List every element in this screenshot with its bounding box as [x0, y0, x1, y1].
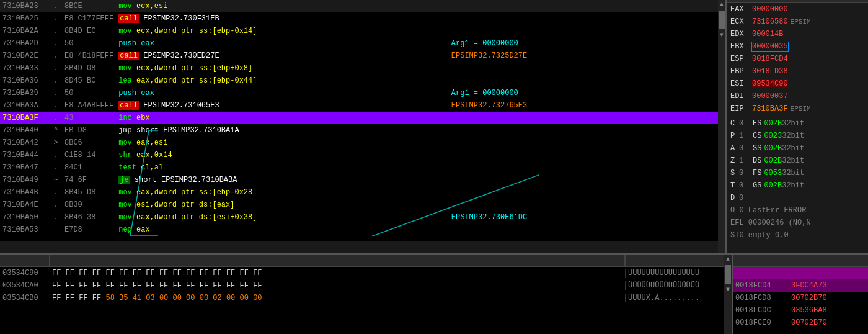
seg-value: 002B — [764, 119, 782, 128]
disasm-annotation: Arg1 = 00000000 — [439, 87, 718, 99]
hex-addr: 03534CB0 — [0, 294, 50, 302]
register-row: EBX00000035 — [727, 40, 868, 53]
hex-scroll-up[interactable]: ▲ — [726, 255, 730, 264]
flag-name: D — [730, 194, 739, 202]
flag-name: A — [730, 144, 739, 153]
reg-value: 73106580 — [752, 17, 788, 26]
hex-byte: FF — [240, 269, 249, 278]
disasm-addr: 7310BA23 — [0, 0, 50, 12]
stack-row: 0018FCD800702B70 — [733, 292, 868, 304]
disasm-panel: 7310BA23.8BCEmov ecx,esi7310BA25.E8 C177… — [0, 0, 718, 253]
hex-byte: FF — [146, 281, 154, 290]
disasm-hex: 8B46 38 — [62, 211, 116, 223]
disasm-instruction[interactable]: mov esi,dword ptr ds:[eax] — [116, 199, 439, 211]
disasm-hex: 84C1 — [62, 161, 116, 174]
disasm-instruction[interactable]: shr eax,0x14 — [116, 149, 439, 161]
hex-byte: 02 — [213, 294, 221, 302]
seg-bits: 32bit — [782, 181, 804, 190]
scroll-thumb[interactable] — [719, 11, 725, 29]
reg-misc-row: ST0 empty 0.0 — [727, 229, 868, 241]
disasm-hex: 43 — [62, 112, 116, 124]
seg-bits: 32bit — [782, 132, 804, 140]
reg-value: 00000035 — [752, 42, 788, 51]
disasm-hex: E7D8 — [62, 223, 116, 236]
disasm-instruction[interactable]: call EPSIMP32.731065E3 — [116, 99, 439, 112]
hex-byte: 00 — [253, 294, 262, 302]
scroll-down-arrow[interactable]: ▼ — [720, 30, 724, 40]
disasm-instruction[interactable]: call EPSIMP32.730ED27E — [116, 50, 439, 62]
disasm-instruction[interactable]: jmp short EPSIMP32.7310BA1A — [116, 124, 439, 137]
hex-addr: 03534C90 — [0, 269, 50, 278]
bottom-area: 03534C90FF FF FF FF FF FF FF FF FF FF FF… — [0, 253, 868, 334]
hex-byte: FF — [186, 269, 195, 278]
stack-row: 0018FCDC03536BA8 — [733, 304, 868, 317]
disasm-instruction[interactable]: mov eax,dword ptr ss:[ebp-0x28] — [116, 186, 439, 199]
disasm-table: 7310BA23.8BCEmov ecx,esi7310BA25.E8 C177… — [0, 0, 718, 236]
hex-byte: B5 — [119, 294, 128, 302]
hex-byte: FF — [79, 294, 87, 302]
reg-misc-row: EFL 00000246 (NO,N — [727, 217, 868, 229]
flag-row: S 0FS 0053 32bit — [727, 167, 868, 179]
reg-name: ESP — [730, 55, 752, 63]
hex-byte: FF — [159, 269, 168, 278]
disasm-addr: 7310BA49 — [0, 174, 50, 186]
disasm-addr: 7310BA44 — [0, 149, 50, 161]
seg-value: 002B — [764, 181, 782, 190]
disasm-instruction[interactable]: inc ebx — [116, 112, 439, 124]
disasm-instruction[interactable]: test cl,al — [116, 161, 439, 174]
disasm-instruction[interactable]: call EPSIMP32.730F31EB — [116, 12, 439, 25]
hex-byte: FF — [200, 269, 208, 278]
flag-row: C 0ES 002B 32bit — [727, 117, 868, 130]
hex-byte: FF — [253, 281, 262, 290]
disasm-annotation — [439, 0, 718, 12]
disasm-annotation — [439, 161, 718, 174]
hex-header — [0, 255, 724, 267]
hex-byte: FF — [92, 269, 101, 278]
hex-row: 03534C90FF FF FF FF FF FF FF FF FF FF FF… — [0, 267, 724, 279]
disasm-annotation — [439, 12, 718, 25]
hex-byte: FF — [79, 269, 87, 278]
disasm-addr: 7310BA4B — [0, 186, 50, 199]
disasm-instruction[interactable]: mov eax,dword ptr ds:[esi+0x38] — [116, 211, 439, 223]
hex-byte: FF — [186, 281, 195, 290]
disasm-instruction[interactable]: mov eax,esi — [116, 137, 439, 149]
disasm-instruction[interactable]: neg eax — [116, 223, 439, 236]
hex-scroll-thumb[interactable] — [725, 265, 731, 284]
stack-addr: 0018FCE0 — [735, 318, 791, 327]
disasm-instruction[interactable]: mov ecx,dword ptr ss:[ebp-0x14] — [116, 25, 439, 37]
disasm-hex: EB D8 — [62, 124, 116, 137]
hex-ascii: ÜÜÜÜX.A......... — [625, 294, 724, 302]
disasm-instruction[interactable]: mov ecx,dword ptr ss:[ebp+0x8] — [116, 62, 439, 74]
register-row: EDI00000037 — [727, 90, 868, 102]
disasm-instruction[interactable]: je short EPSIMP32.7310BABA — [116, 174, 439, 186]
flag-name: C — [730, 119, 739, 128]
flag-row: D 0 — [727, 192, 868, 204]
disasm-instruction[interactable]: push eax — [116, 37, 439, 50]
hex-row: 03534CA0FF FF FF FF FF FF FF FF FF FF FF… — [0, 279, 724, 292]
stack-addr: 0018FCDC — [735, 306, 791, 315]
hex-bytes: FF FF FF FF FF FF FF FF FF FF FF FF FF F… — [50, 269, 625, 278]
flag-value: 0 — [739, 119, 748, 128]
disasm-rows: 7310BA23.8BCEmov ecx,esi7310BA25.E8 C177… — [0, 0, 718, 241]
disasm-addr: 7310BA3A — [0, 99, 50, 112]
disasm-marker: . — [50, 0, 62, 12]
disasm-instruction[interactable]: lea eax,dword ptr ss:[ebp-0x44] — [116, 74, 439, 87]
reg-name: EDX — [730, 30, 752, 38]
reg-extra: EPSIM — [790, 18, 811, 25]
stack-row: 0018FCD43FDC4A73 — [733, 279, 868, 292]
disasm-instruction[interactable]: mov ecx,esi — [116, 0, 439, 12]
disasm-hex: 50 — [62, 37, 116, 50]
hex-scrollbar[interactable]: ▲ ▼ — [724, 255, 732, 334]
hex-bytes: FF FF FF FF FF FF FF FF FF FF FF FF FF F… — [50, 281, 625, 290]
reg-name: EBX — [730, 42, 752, 51]
stack-highlight-header — [733, 267, 868, 279]
disasm-instruction[interactable]: push eax — [116, 87, 439, 99]
disasm-marker: . — [50, 74, 62, 87]
disasm-addr: 7310BA50 — [0, 211, 50, 223]
scroll-up-arrow[interactable]: ▲ — [720, 0, 724, 9]
hex-scroll-down[interactable]: ▼ — [726, 285, 730, 294]
reg-value: 000014B — [752, 30, 783, 38]
stack-addr: 0018FCD8 — [735, 294, 791, 302]
disasm-hex: E8 C177FEFF — [62, 12, 116, 25]
disasm-scrollbar[interactable]: ▲ ▼ — [718, 0, 725, 253]
